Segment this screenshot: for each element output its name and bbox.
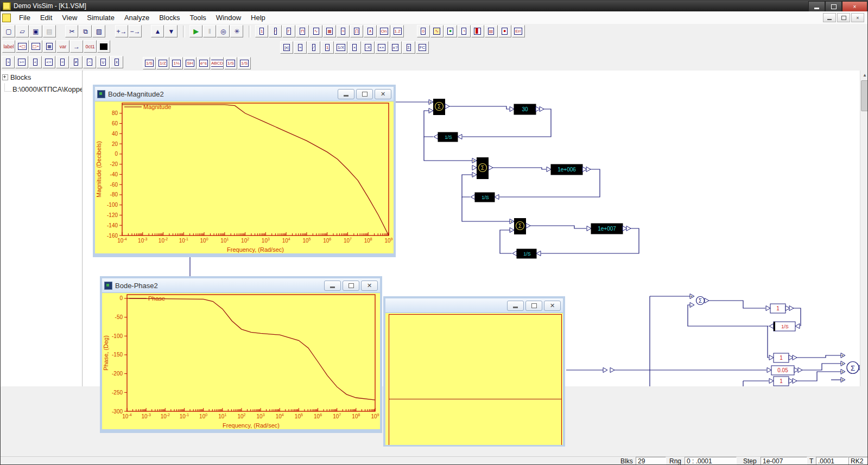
gain-unity-3-block[interactable]: 1 [769,377,797,386]
greater-equal-block-button[interactable]: >= [15,56,28,68]
oct-block-button[interactable]: 0ct1 [84,40,97,53]
reset-integrator-block-button[interactable]: 1/S [224,57,237,69]
power-block-button[interactable]: ×× [375,41,388,54]
bargraph-block-button[interactable]: ▋ [471,25,484,37]
maximize-button[interactable] [825,1,842,12]
gain-1e006-block[interactable]: 1e+006 [547,164,591,175]
open-file-button[interactable]: ▱ [16,25,29,37]
negate-block-button[interactable]: -X [362,41,375,54]
unitconv-block-button[interactable]: ∕ [307,41,320,54]
connector-arrows[interactable] [603,368,614,373]
new-file-button[interactable]: ▢ [2,25,15,37]
pwm-block-button[interactable]: ∏ [350,25,363,37]
gain-unity-1-block[interactable]: 1 [766,304,794,313]
document-icon[interactable] [2,14,11,22]
sum-block-3[interactable]: +-Σ [510,218,530,234]
menu-file[interactable]: File [14,12,35,23]
statespace-block-button[interactable]: ABCD [211,57,224,69]
gain-30-block[interactable]: 30 [510,104,544,114]
plot-block-button[interactable]: ∿ [430,25,443,37]
sum-block-6[interactable]: ++++Σ [841,353,860,383]
scrollbar-thumb[interactable] [861,80,868,111]
label-block-button[interactable]: label [2,40,15,53]
remove-connector-button[interactable]: −→ [129,25,142,37]
and-block-button[interactable]: ∩ [83,56,96,68]
tree-item-blocks[interactable]: Blocks [1,72,82,82]
sum-block-2[interactable]: +-Σ [472,157,493,179]
phase-restore-button[interactable] [343,281,359,291]
copy-button[interactable]: ⧉ [79,25,92,37]
mdi-close-button[interactable]: × [851,13,864,22]
color-swatch-button[interactable] [97,40,110,53]
less-block-button[interactable]: < [29,56,42,68]
sum-block-4[interactable]: +-Σ [690,294,709,308]
magnitude-close-button[interactable]: ✕ [375,89,391,99]
summing-block-button[interactable]: Σ [402,41,415,54]
bode-phase-window[interactable]: Bode-Phase2 ✕ 0-50-100-150-200-250-30010… [100,276,382,433]
push-block-up-button[interactable]: ▲ [151,25,164,37]
bode-magnitude-window[interactable]: Bode-Magnitude2 ✕ 806040200-20-40-60-80-… [93,85,396,257]
wire-button[interactable]: → [70,40,83,53]
mdi-restore-button[interactable] [837,13,850,22]
save-file-button[interactable]: ▣ [29,25,42,37]
sinusoid-block-button[interactable]: ∿ [309,25,322,37]
or-block-button[interactable]: ∪ [97,56,110,68]
equal-block-button[interactable]: = [56,56,69,68]
go-simulate-button[interactable]: ▶ [189,25,202,37]
merge-block-button[interactable]: » [294,41,307,54]
pause-button[interactable]: ‖ [203,25,216,37]
gain-block-button[interactable]: 1 [321,41,334,54]
phase-minimize-button[interactable] [324,281,341,291]
ramp-block-button[interactable]: ∕ [269,25,282,37]
plot3-close-button[interactable]: ✕ [544,301,561,311]
less-equal-block-button[interactable]: <= [42,56,55,68]
push-block-down-button[interactable]: ▼ [164,25,178,37]
light-block-button[interactable]: ● [444,25,457,37]
menu-analyze[interactable]: Analyze [119,12,154,23]
snap-state-button[interactable]: ✳ [230,25,243,37]
integrator-2-block[interactable]: 1/S [471,193,499,202]
sum-block-1[interactable]: +-Σ [429,99,449,115]
integrator-3-block[interactable]: 1/S [512,249,541,258]
menu-simulate[interactable]: Simulate [82,12,119,23]
bode-magnitude-titlebar[interactable]: Bode-Magnitude2 ✕ [95,87,394,101]
integrator-4-block[interactable]: 1/S [769,322,800,331]
gain-unity-2-block[interactable]: 1 [769,353,797,362]
noise-block-button[interactable]: ≈ [337,25,350,37]
plot3-minimize-button[interactable] [507,301,524,311]
integrator-1-block[interactable]: 1/S [434,132,462,142]
expand-icon[interactable] [2,74,8,80]
const-block-button[interactable]: 1 [255,25,268,37]
integrator-block-button[interactable]: 1/S [143,57,156,69]
gain-1e007-block[interactable]: 1e+007 [587,224,631,234]
menu-tools[interactable]: Tools [185,12,211,23]
dialog-table-block-button[interactable]: ▦ [323,25,336,37]
phase-close-button[interactable]: ✕ [361,281,378,291]
record-block-button[interactable]: ● [498,25,511,37]
plot-window-3-titlebar[interactable]: ✕ [385,298,563,313]
multiply-block-button[interactable]: × [348,41,361,54]
menu-view[interactable]: View [57,12,82,23]
paste-button[interactable]: ▨ [92,25,105,37]
reciprocal-block-button[interactable]: 1/X [334,41,347,54]
display-block-button[interactable]: 0 [417,25,430,37]
print-button[interactable]: ▤ [43,25,56,37]
dialog-constant-button[interactable]: ▦ [43,40,56,53]
transferfunction-block-button[interactable]: e^s [197,57,210,69]
meter-block-button[interactable]: ◔ [458,25,471,37]
add-input-button[interactable]: +▢ [16,40,29,53]
minimize-button[interactable] [808,1,825,12]
tree-item-path[interactable]: B:\0000\КТПСА\Коррекци [1,84,82,94]
bode-phase-titlebar[interactable]: Bode-Phase2 ✕ [102,278,380,293]
gain-005-block[interactable]: 0.05 [767,366,802,375]
menu-help[interactable]: Help [246,12,270,23]
abs-block-button[interactable]: |x| [280,41,293,54]
pulsetrain-block-button[interactable]: ⊓ [296,25,309,37]
error-block-button[interactable]: Err [512,25,525,37]
button-block-button[interactable]: On [377,25,390,37]
unitdelay-block-button[interactable]: 1/Z [156,57,169,69]
display-const-button[interactable]: 1.2 [391,25,404,37]
probe-button[interactable]: ◎ [217,25,230,37]
add-connector-button[interactable]: +→ [115,25,128,37]
scroll-up-icon[interactable]: ▲ [860,71,868,79]
